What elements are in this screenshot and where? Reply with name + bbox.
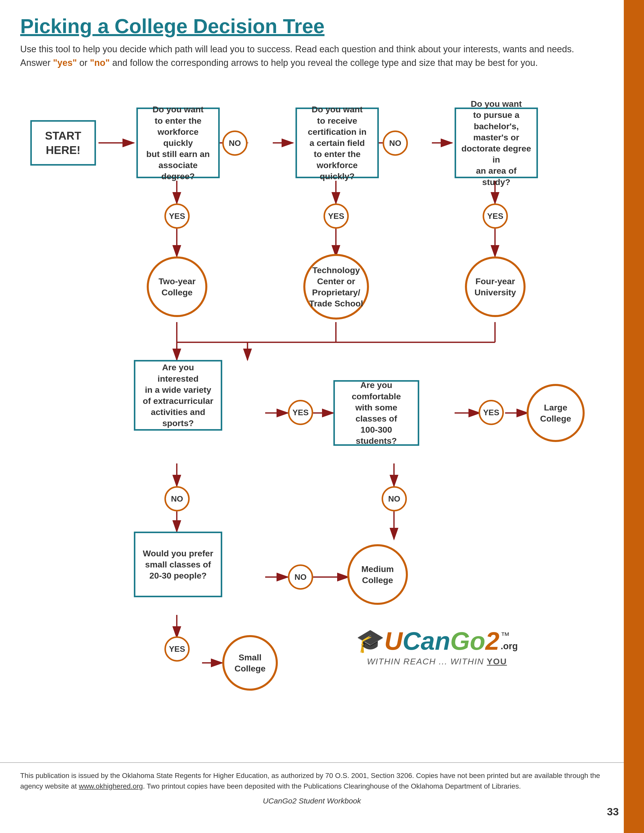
yes-label-5: YES — [483, 408, 499, 417]
yes-circle-5: YES — [478, 400, 504, 425]
yes-circle-1: YES — [164, 203, 190, 229]
result-medium-college: MediumCollege — [347, 544, 408, 605]
no-circle-4: NO — [164, 486, 190, 511]
result-large-college: LargeCollege — [526, 384, 584, 442]
no-circle-2: NO — [383, 130, 408, 156]
yes-circle-3: YES — [483, 203, 508, 229]
logo-u: U — [385, 628, 402, 653]
yes-keyword: "yes" — [53, 58, 77, 68]
start-label: START HERE! — [37, 129, 89, 157]
logo-cap-icon: 🎓 — [356, 627, 385, 654]
question-3: Do you wantto pursue abachelor's,master'… — [455, 108, 538, 178]
yes-circle-6: YES — [164, 636, 190, 662]
desc-text4: and follow the corresponding arrows to h… — [109, 58, 538, 68]
logo-container: 🎓 U Can Go 2 ™ .org WITHIN REACH ... WIT… — [323, 627, 551, 666]
logo-tm: ™ — [501, 630, 510, 641]
footer-text: This publication is issued by the Oklaho… — [20, 770, 604, 791]
question-1: Do you wantto enter theworkforce quickly… — [136, 108, 220, 178]
ucango2-logo: 🎓 U Can Go 2 ™ .org WITHIN REACH ... WIT… — [323, 627, 551, 666]
question-5: Are you comfortablewith some classes of1… — [333, 380, 419, 446]
no-circle-1: NO — [222, 130, 248, 156]
right-sidebar — [624, 0, 644, 833]
question-2: Do you wantto receivecertification ina c… — [295, 108, 379, 178]
footer-link: www.okhighered.org — [79, 782, 143, 790]
yes-circle-4: YES — [288, 400, 313, 425]
logo-org: .org — [501, 641, 518, 651]
result-four-year: Four-yearUniversity — [465, 256, 526, 317]
main-content: Picking a College Decision Tree Use this… — [0, 0, 624, 782]
result-small-college: SmallCollege — [222, 635, 278, 691]
logo-can: Can — [402, 628, 450, 653]
logo-tagline: WITHIN REACH ... WITHIN YOU — [367, 656, 507, 666]
question-6: Would you prefersmall classes of20-30 pe… — [134, 532, 222, 597]
page-title: Picking a College Decision Tree — [20, 15, 604, 37]
question-4: Are you interestedin a wide varietyof ex… — [134, 360, 222, 431]
footer-workbook-label: UCanGo2 Student Workbook — [20, 797, 604, 805]
result-tech-center: TechnologyCenter orProprietary/Trade Sch… — [303, 254, 369, 320]
logo-go: Go — [450, 628, 485, 653]
desc-text3: or — [77, 58, 90, 68]
no-circle-5: NO — [382, 486, 407, 511]
footer: This publication is issued by the Oklaho… — [0, 762, 624, 813]
yes-circle-2: YES — [324, 203, 349, 229]
flowchart: START HERE! Do you wantto enter theworkf… — [20, 85, 614, 766]
logo-2: 2 — [485, 628, 499, 653]
no-keyword: "no" — [90, 58, 109, 68]
description: Use this tool to help you decide which p… — [20, 42, 576, 70]
no-circle-6: NO — [288, 564, 313, 590]
result-two-year-college: Two-yearCollege — [147, 256, 207, 317]
start-box: START HERE! — [30, 120, 96, 166]
